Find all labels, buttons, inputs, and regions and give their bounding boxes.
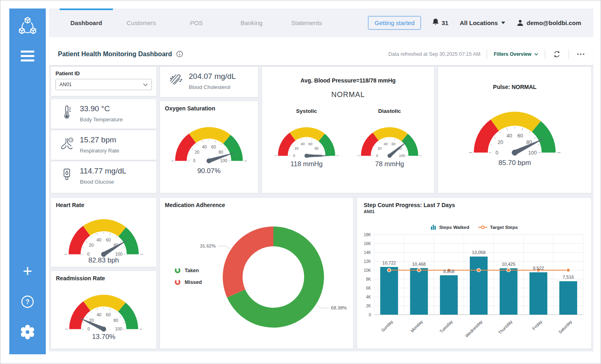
svg-text:60: 60 [211,145,216,149]
svg-text:10,468: 10,468 [412,262,426,267]
svg-text:40: 40 [506,133,512,139]
dashboard-titlebar: Patient Health Monitoring Dashboard Data… [49,43,593,65]
blood-pressure-card: Avg. Blood Pressure=118/78 mmHg NORMAL S… [262,66,435,193]
legend-label: Missed [185,279,202,285]
heart-rate-value: 82.83 bph [51,256,156,265]
filters-overview-dropdown[interactable]: Filters Overview [494,51,538,57]
chevron-down-icon [501,21,505,24]
bar-legend: Steps Walked Target Steps [357,224,591,230]
svg-text:8,858: 8,858 [443,269,455,274]
menu-icon[interactable] [21,51,34,61]
getting-started-button[interactable]: Getting started [368,16,421,30]
patient-id-select[interactable]: AN01 [55,79,152,90]
page-title: Patient Health Monitoring Dashboard [58,51,172,58]
pulse-value: 85.70 bpm [438,159,591,167]
svg-text:6K: 6K [366,286,371,290]
svg-text:Thursday: Thursday [497,319,514,335]
legend-label: Steps Walked [439,225,469,230]
tab-customers[interactable]: Customers [114,8,169,37]
svg-text:100: 100 [220,159,228,163]
svg-text:40: 40 [384,142,388,146]
svg-text:20: 20 [294,146,298,150]
boldbi-logo-icon[interactable] [16,15,39,38]
svg-text:0: 0 [496,150,499,156]
diastolic-label: Diastolic [351,108,428,114]
dashboard-canvas: Patient ID AN01 33.90 °C Body Temperatur… [49,65,593,351]
svg-text:18K: 18K [364,233,371,237]
readmission-rate-gauge: 020406080100 [58,285,149,334]
svg-text:100: 100 [115,326,122,331]
donut-legend: Taken Missed [175,267,202,291]
svg-text:100: 100 [528,150,537,156]
card-title: Step Count Progress: Last 7 Days [357,198,591,208]
line-series-icon [478,225,487,229]
location-dropdown[interactable]: All Locations [460,19,505,26]
settings-gear-icon[interactable] [19,324,36,341]
tab-dashboard[interactable]: Dashboard [59,8,114,37]
tab-banking[interactable]: Banking [224,8,279,37]
svg-text:80: 80 [315,146,319,150]
svg-text:0: 0 [293,154,295,158]
card-title: Readmission Rate [51,271,156,281]
systolic-label: Systolic [268,108,345,114]
divider [569,49,569,59]
svg-text:40: 40 [202,145,207,149]
bar-series-icon [431,224,436,230]
refresh-status: Data refreshed at Sep 30,2025 07:15 AM [388,51,480,57]
svg-text:7,516: 7,516 [563,275,574,279]
blood-pressure-title: Avg. Blood Pressure=118/78 mmHg [262,77,434,84]
info-icon[interactable] [176,51,183,57]
patient-id-label: Patient ID [51,67,156,76]
heart-rate-gauge: 020406080100 [58,209,150,260]
blood-glucose-card: 114.77 mg/dL Blood Glucose [51,161,157,193]
svg-text:40: 40 [96,237,101,242]
svg-text:68.38%: 68.38% [331,305,347,310]
kpi-label: Blood Cholesterol [189,84,236,90]
lungs-icon [60,137,74,150]
legend-item-missed[interactable]: Missed [175,279,202,285]
notifications-button[interactable]: 31 [432,18,448,28]
location-label: All Locations [460,19,498,26]
svg-text:10,722: 10,722 [382,260,396,265]
legend-item-taken[interactable]: Taken [175,267,202,273]
step-count-bar-chart: 02K4K6K8K10K12K14K16K18K10,722Sunday10,4… [360,231,589,340]
sidebar: + ? [9,8,46,354]
legend-label: Target Steps [490,225,518,230]
svg-text:20: 20 [195,150,200,154]
card-title: Oxygen Saturation [160,101,258,112]
svg-text:60: 60 [392,142,396,146]
kpi-value: 15.27 bpm [80,135,119,144]
svg-text:31.62%: 31.62% [200,243,216,248]
svg-text:14K: 14K [364,250,371,255]
oxygen-saturation-card: Oxygen Saturation 020406080100 90.07% [160,101,258,193]
svg-text:20: 20 [497,140,503,145]
user-menu[interactable]: demo@boldbi.com [517,19,581,26]
legend-item-steps-walked[interactable]: Steps Walked [431,224,469,230]
oxygen-saturation-gauge: 020406080100 [164,117,254,166]
svg-text:100: 100 [115,252,123,256]
add-icon[interactable]: + [23,263,32,279]
ellipsis-icon [577,53,584,55]
card-title: Medication Adherence [160,198,353,208]
pulse-card: Pulse: NORMAL 020406080100 85.70 bpm [438,66,592,193]
step-count-card: Step Count Progress: Last 7 Days AN01 St… [357,197,592,349]
user-icon [517,19,524,26]
refresh-button[interactable] [552,49,562,59]
divider [545,49,545,59]
tab-pos[interactable]: POS [169,8,224,37]
kpi-label: Blood Glucose [80,179,126,185]
blood-cholesterol-card: 204.07 mg/dL Blood Cholesterol [160,66,258,97]
legend-item-target-steps[interactable]: Target Steps [478,225,518,230]
kpi-value: 204.07 mg/dL [189,72,236,81]
svg-text:0: 0 [87,326,90,331]
svg-text:Friday: Friday [531,319,543,331]
respiratory-rate-card: 15.27 bpm Respiratory Rate [51,130,157,160]
help-icon[interactable]: ? [19,294,36,310]
tab-statements[interactable]: Statements [279,8,334,37]
more-options-button[interactable] [575,49,586,59]
svg-text:Sunday: Sunday [380,319,394,332]
gauge-value: 90.07% [160,167,258,175]
svg-text:60: 60 [309,142,313,146]
kpi-label: Body Temperature [80,116,123,123]
svg-text:Tuesday: Tuesday [439,319,454,334]
